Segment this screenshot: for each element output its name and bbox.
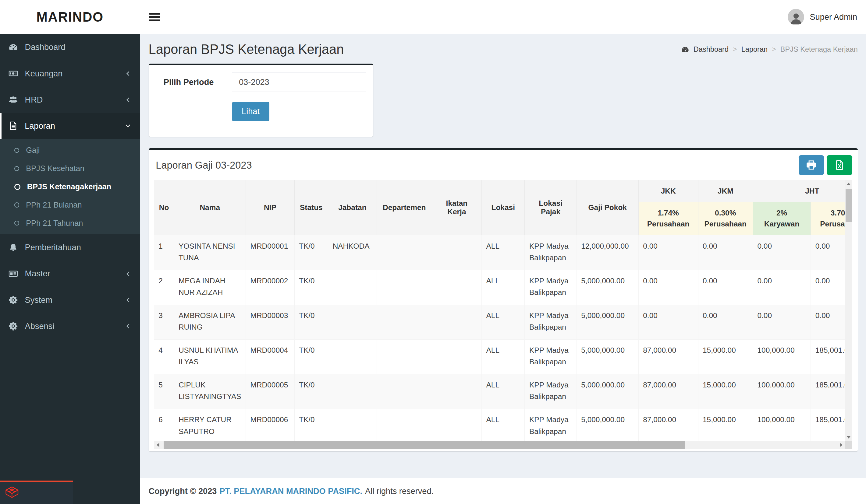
chevron-down-icon [124, 122, 132, 130]
table-cell: ALL [482, 270, 525, 305]
period-input[interactable] [232, 72, 366, 92]
copyright-text: Copyright © 2023 [149, 486, 217, 496]
sidebar-item-pemberitahuan[interactable]: Pemberitahuan [0, 234, 140, 261]
table-cell: 5,000,000.00 [577, 270, 639, 305]
sidebar-item-laporan[interactable]: Laporan [0, 113, 140, 139]
lihat-button[interactable]: Lihat [232, 102, 269, 121]
table-cell: KPP Madya Balikpapan [525, 374, 577, 409]
table-cell: 0.00 [639, 270, 698, 305]
scroll-down-arrow[interactable] [845, 433, 852, 441]
table-cell: 0.00 [811, 235, 845, 270]
table-cell: 185,001.00 [811, 339, 845, 374]
table-cell [328, 374, 377, 409]
sidebar-item-bpjs-kesehatan[interactable]: BPJS Kesehatan [0, 160, 140, 178]
sidebar-item-absensi[interactable]: Absensi [0, 313, 140, 339]
column-header: Departemen [377, 180, 432, 235]
sidebar-item-keuangan[interactable]: Keuangan [0, 60, 140, 87]
sidebar-item-label: Absensi [25, 321, 55, 331]
vertical-scroll-thumb[interactable] [846, 189, 852, 222]
company-link[interactable]: PT. PELAYARAN MARINDO PASIFIC. [220, 486, 363, 496]
print-button[interactable] [799, 155, 824, 175]
column-header: Lokasi Pajak [525, 180, 577, 235]
table-cell: MEGA INDAH NUR AZIZAH [174, 270, 246, 305]
breadcrumb: Dashboard > Laporan > BPJS Ketenaga Kerj… [681, 45, 858, 54]
table-row: 5CIPLUK LISTYANINGTYASMRD00005TK/0ALLKPP… [154, 374, 845, 409]
table-cell [432, 339, 481, 374]
breadcrumb-current: BPJS Ketenaga Kerjaan [780, 45, 858, 54]
report-table: No Nama NIP Status Jabatan Departemen Ik… [154, 180, 845, 441]
horizontal-scrollbar[interactable] [154, 441, 845, 449]
sidebar-submenu-laporan: Gaji BPJS Kesehatan BPJS Ketenagakerjaan… [0, 139, 140, 234]
table-cell: 87,000.00 [639, 374, 698, 409]
table-cell: 15,000.00 [698, 374, 753, 409]
table-cell: 0.00 [698, 270, 753, 305]
table-cell: YOSINTA NENSI TUNA [174, 235, 246, 270]
chevron-left-icon [124, 270, 132, 277]
top-navbar: Super Admin [140, 0, 866, 34]
table-cell: KPP Madya Balikpapan [525, 270, 577, 305]
table-cell: 185,001.00 [811, 374, 845, 409]
table-cell: 15,000.00 [698, 339, 753, 374]
filter-actions: Lihat [155, 102, 367, 121]
table-cell: KPP Madya Balikpapan [525, 409, 577, 441]
sidebar-item-master[interactable]: Master [0, 261, 140, 287]
table-cell [328, 270, 377, 305]
table-cell: MRD00003 [246, 305, 295, 339]
table-cell: 100,000.00 [753, 409, 811, 441]
table-header: No Nama NIP Status Jabatan Departemen Ik… [154, 180, 845, 235]
table-cell [377, 374, 432, 409]
breadcrumb-laporan[interactable]: Laporan [741, 45, 768, 54]
table-cell [328, 409, 377, 441]
breadcrumb-dashboard[interactable]: Dashboard [693, 45, 729, 54]
table-cell: 6 [154, 409, 174, 441]
submenu-item-label: BPJS Kesehatan [26, 164, 85, 173]
table-cell: 5 [154, 374, 174, 409]
sidebar-item-label: System [25, 295, 53, 305]
table-cell: 12,000,000.00 [577, 235, 639, 270]
table-cell: 0.00 [753, 305, 811, 339]
brand-logo[interactable]: MARINDO [0, 0, 140, 34]
sidebar-item-dashboard[interactable]: Dashboard [0, 34, 140, 60]
table-cell [377, 339, 432, 374]
scroll-left-arrow[interactable] [154, 441, 162, 449]
table-cell: MRD00006 [246, 409, 295, 441]
table-cell [432, 374, 481, 409]
sidebar-item-pph21-bulanan[interactable]: PPh 21 Bulanan [0, 196, 140, 214]
sidebar-item-system[interactable]: System [0, 287, 140, 313]
table-cell: 0.00 [811, 270, 845, 305]
table-cell: 4 [154, 339, 174, 374]
table-cell: 5,000,000.00 [577, 409, 639, 441]
table-cell: 2 [154, 270, 174, 305]
sidebar-item-pph21-tahunan[interactable]: PPh 21 Tahunan [0, 214, 140, 232]
horizontal-scroll-thumb[interactable] [164, 441, 686, 449]
export-excel-button[interactable] [827, 155, 852, 175]
hamburger-icon[interactable] [149, 13, 160, 21]
breadcrumb-separator: > [733, 45, 737, 53]
column-header: Lokasi [482, 180, 525, 235]
sidebar-item-label: Master [25, 269, 50, 278]
sidebar-item-hrd[interactable]: HRD [0, 87, 140, 113]
users-icon [8, 95, 18, 105]
scroll-up-arrow[interactable] [845, 180, 852, 187]
period-filter-card: Pilih Periode Lihat [149, 64, 374, 137]
column-header: Status [295, 180, 328, 235]
sidebar-item-label: Pemberitahuan [25, 243, 81, 252]
table-row: 4USNUL KHATIMA ILYASMRD00004TK/0ALLKPP M… [154, 339, 845, 374]
table-body: 1YOSINTA NENSI TUNAMRD00001TK/0NAHKODAAL… [154, 235, 845, 441]
table-cell: ALL [482, 305, 525, 339]
user-menu[interactable]: Super Admin [788, 9, 857, 25]
bell-icon [8, 243, 18, 253]
scroll-right-arrow[interactable] [837, 441, 845, 449]
table-cell: 87,000.00 [639, 409, 698, 441]
table-cell: ALL [482, 235, 525, 270]
sidebar-item-bpjs-ketenagakerjaan[interactable]: BPJS Ketenagakerjaan [0, 178, 140, 196]
table-cell: 0.00 [698, 305, 753, 339]
group-header-jht: JHT [753, 180, 845, 202]
report-table-viewport: No Nama NIP Status Jabatan Departemen Ik… [154, 180, 845, 441]
page-title: Laporan BPJS Ketenaga Kerjaan [149, 42, 344, 57]
table-cell: KPP Madya Balikpapan [525, 235, 577, 270]
vertical-scrollbar[interactable] [845, 180, 852, 441]
sidebar-item-gaji[interactable]: Gaji [0, 141, 140, 160]
table-cell: TK/0 [295, 409, 328, 441]
table-cell: TK/0 [295, 339, 328, 374]
